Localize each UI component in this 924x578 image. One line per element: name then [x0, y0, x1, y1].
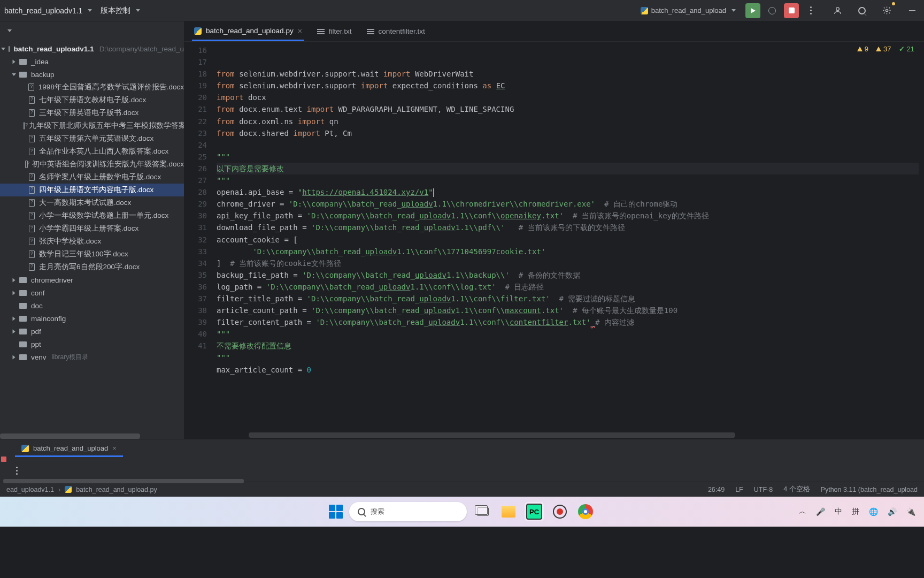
horizontal-scrollbar[interactable] — [3, 479, 244, 483]
editor-tab[interactable]: contentfilter.txt — [365, 23, 427, 40]
volume-icon[interactable]: 🔊 — [888, 507, 897, 516]
doc-icon — [29, 199, 35, 207]
tree-item[interactable]: mainconfig — [0, 312, 184, 325]
more-run-button[interactable] — [803, 3, 818, 18]
chevron-down-icon — [88, 9, 92, 12]
tree-item[interactable]: 全品作业本英八上山西人教版答案.docx — [0, 145, 184, 158]
editor-tab[interactable]: filter.txt — [315, 23, 354, 40]
vcs-label: 版本控制 — [101, 6, 130, 16]
folder-icon — [19, 329, 27, 334]
line-ending[interactable]: LF — [735, 486, 743, 493]
chevron-down-icon — [136, 9, 140, 12]
tree-item-label: 小学一年级数学试卷题上册一单元.docx — [39, 211, 168, 220]
tree-item[interactable]: 小学学霸四年级上册答案.docx — [0, 222, 184, 235]
recorder-button[interactable] — [550, 502, 569, 521]
ime-lang[interactable]: 中 — [835, 507, 842, 516]
horizontal-scrollbar[interactable] — [249, 432, 735, 438]
run-button[interactable] — [745, 3, 760, 18]
tree-item[interactable]: 四年级上册语文书内容电子版.docx — [0, 184, 184, 196]
code-content[interactable]: from selenium.webdriver.support.wait imp… — [217, 42, 924, 439]
close-icon[interactable]: × — [298, 27, 302, 35]
pycharm-icon: PC — [526, 504, 542, 520]
encoding[interactable]: UTF-8 — [754, 486, 773, 493]
project-selector[interactable]: batch_read_uploadv1.1 — [4, 6, 92, 15]
tree-item[interactable]: 五年级下册第六单元英语课文.docx — [0, 132, 184, 145]
chevron-up-icon[interactable]: ︿ — [799, 507, 806, 516]
tree-item[interactable]: 1998年全国普通高考数学试题评价报告.docx — [0, 81, 184, 94]
settings-button[interactable] — [879, 3, 894, 18]
pycharm-button[interactable]: PC — [525, 502, 544, 521]
minimize-button[interactable] — [905, 3, 920, 18]
record-icon — [553, 505, 567, 519]
system-tray[interactable]: ︿ 🎤 中 拼 🌐 🔊 🔌 — [799, 507, 915, 516]
mic-icon[interactable]: 🎤 — [816, 507, 825, 516]
tree-item[interactable]: 大一高数期末考试试题.docx — [0, 196, 184, 209]
sidebar-header[interactable] — [0, 21, 184, 40]
windows-taskbar: 搜索 PC ︿ 🎤 中 拼 🌐 🔊 🔌 — [0, 497, 924, 527]
search-icon — [358, 508, 365, 515]
tree-item-label: pdf — [31, 328, 41, 336]
tree-item[interactable]: venvlibrary根目录 — [0, 351, 184, 363]
tree-item[interactable]: pdf — [0, 325, 184, 338]
editor-tabs: batch_read_and_upload.py×filter.txtconte… — [184, 21, 924, 42]
gutter: 16 17 18 19 20 21 22 23 24 25 26 27 28 2… — [184, 42, 217, 439]
explorer-button[interactable] — [499, 502, 518, 521]
chrome-button[interactable] — [576, 502, 595, 521]
start-button[interactable] — [329, 505, 343, 519]
project-tree[interactable]: batch_read_uploadv1.1D:\company\batch_re… — [0, 40, 184, 383]
chrome-icon — [578, 504, 593, 519]
tree-item[interactable]: 初中英语组合阅读训练淮安版九年级答案.docx — [0, 158, 184, 171]
ime-mode[interactable]: 拼 — [852, 507, 859, 516]
taskbar-search[interactable]: 搜索 — [349, 502, 467, 521]
tree-item[interactable]: 九年级下册北师大版五年中考三年模拟数学答案.do — [0, 119, 184, 132]
stop-button[interactable] — [784, 3, 799, 18]
cursor-position[interactable]: 26:49 — [708, 486, 725, 493]
tree-item[interactable]: 张庆中学校歌.docx — [0, 235, 184, 248]
tree-root[interactable]: batch_read_uploadv1.1D:\company\batch_re… — [0, 42, 184, 55]
tree-item[interactable]: 走月亮仿写6自然段200字.docx — [0, 261, 184, 273]
tree-item[interactable]: doc — [0, 299, 184, 312]
task-view-button[interactable] — [473, 502, 492, 521]
python-icon — [194, 27, 202, 35]
tree-item[interactable]: 名师学案八年级上册数学电子版.docx — [0, 171, 184, 184]
minimize-icon — [909, 10, 915, 11]
tree-item[interactable]: 数学日记三年级100字.docx — [0, 248, 184, 261]
folder-icon — [502, 506, 515, 518]
battery-icon[interactable]: 🔌 — [906, 507, 915, 516]
breadcrumb[interactable]: ead_uploadv1.1 › batch_read_and_upload.p… — [6, 486, 157, 493]
run-tab[interactable]: batch_read_and_upload × — [15, 441, 123, 457]
folder-icon — [19, 354, 27, 360]
doc-icon — [29, 135, 35, 142]
tree-item[interactable]: _idea — [0, 55, 184, 68]
code-area[interactable]: 16 17 18 19 20 21 22 23 24 25 26 27 28 2… — [184, 42, 924, 439]
title-bar: batch_read_uploadv1.1 版本控制 batch_read_an… — [0, 0, 924, 21]
code-with-me-button[interactable] — [830, 3, 845, 18]
tree-item[interactable]: 小学一年级数学试卷题上册一单元.docx — [0, 209, 184, 222]
debug-button[interactable] — [765, 3, 780, 18]
run-config-selector[interactable]: batch_read_and_upload — [635, 4, 741, 17]
tree-item[interactable]: conf — [0, 286, 184, 299]
tree-item-label: 数学日记三年级100字.docx — [39, 249, 128, 259]
horizontal-scrollbar[interactable] — [0, 434, 140, 439]
doc-icon — [29, 225, 35, 232]
vcs-menu[interactable]: 版本控制 — [101, 6, 140, 16]
search-button[interactable] — [854, 3, 869, 18]
close-icon[interactable]: × — [112, 444, 117, 452]
chevron-right-icon: › — [58, 486, 60, 493]
tree-item[interactable]: backup — [0, 68, 184, 81]
more-icon[interactable] — [16, 467, 18, 475]
doc-icon — [29, 212, 35, 219]
interpreter[interactable]: Python 3.11 (batch_read_upload — [821, 486, 918, 493]
network-icon[interactable]: 🌐 — [869, 507, 878, 516]
indent-setting[interactable]: 4 个空格 — [783, 485, 810, 494]
tree-item[interactable]: chromedriver — [0, 273, 184, 286]
inspection-widget[interactable]: 9 37 ✓21 — [857, 45, 914, 53]
tab-label: filter.txt — [329, 27, 352, 35]
tree-item[interactable]: 七年级下册语文教材电子版.docx — [0, 94, 184, 107]
tree-item-label: backup — [31, 71, 55, 79]
tree-item[interactable]: ppt — [0, 338, 184, 351]
run-tool-window: batch_read_and_upload × — [0, 439, 924, 482]
tree-item-label: conf — [31, 289, 45, 297]
editor-tab[interactable]: batch_read_and_upload.py× — [192, 22, 304, 41]
tree-item[interactable]: 三年级下册英语电子版书.docx — [0, 107, 184, 119]
